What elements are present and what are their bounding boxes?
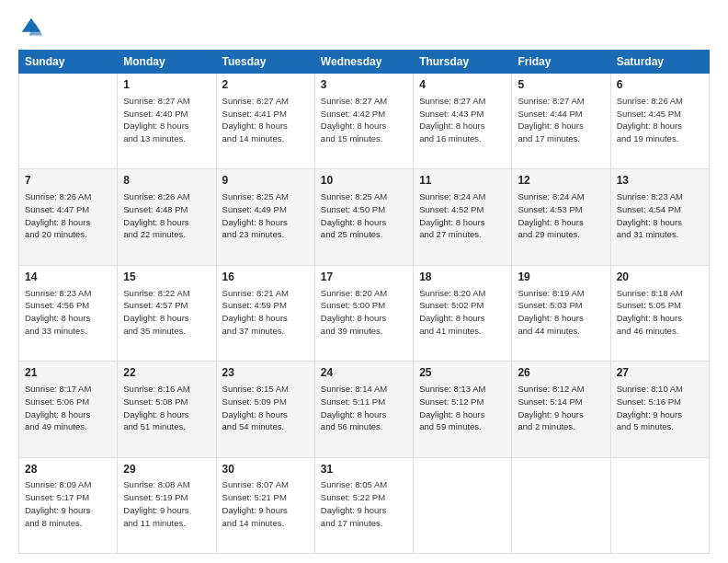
day-cell: 15Sunrise: 8:22 AM Sunset: 4:57 PM Dayli…	[118, 265, 216, 361]
day-cell: 10Sunrise: 8:25 AM Sunset: 4:50 PM Dayli…	[314, 169, 413, 265]
day-number: 15	[123, 270, 210, 285]
day-number: 1	[123, 77, 210, 93]
day-number: 14	[25, 270, 111, 285]
col-header-monday: Monday	[118, 51, 216, 74]
day-info: Sunrise: 8:15 AM Sunset: 5:09 PM Dayligh…	[222, 383, 309, 433]
day-number: 3	[321, 77, 407, 93]
col-header-thursday: Thursday	[414, 51, 512, 74]
logo	[18, 15, 48, 40]
day-info: Sunrise: 8:18 AM Sunset: 5:05 PM Dayligh…	[617, 287, 703, 338]
day-number: 20	[617, 270, 703, 285]
day-number: 6	[617, 77, 703, 93]
day-info: Sunrise: 8:25 AM Sunset: 4:49 PM Dayligh…	[222, 190, 309, 241]
day-info: Sunrise: 8:25 AM Sunset: 4:50 PM Dayligh…	[321, 190, 407, 241]
day-cell: 14Sunrise: 8:23 AM Sunset: 4:56 PM Dayli…	[19, 265, 118, 361]
day-number: 18	[419, 270, 506, 285]
day-info: Sunrise: 8:23 AM Sunset: 4:54 PM Dayligh…	[617, 190, 703, 241]
day-cell: 30Sunrise: 8:07 AM Sunset: 5:21 PM Dayli…	[216, 457, 314, 553]
day-cell: 6Sunrise: 8:26 AM Sunset: 4:45 PM Daylig…	[610, 74, 709, 169]
day-cell: 2Sunrise: 8:27 AM Sunset: 4:41 PM Daylig…	[216, 74, 314, 169]
day-info: Sunrise: 8:16 AM Sunset: 5:08 PM Dayligh…	[123, 383, 210, 433]
day-cell: 20Sunrise: 8:18 AM Sunset: 5:05 PM Dayli…	[610, 265, 709, 361]
day-cell	[414, 457, 512, 553]
day-cell	[610, 457, 709, 553]
day-number: 19	[518, 270, 604, 285]
day-info: Sunrise: 8:10 AM Sunset: 5:16 PM Dayligh…	[617, 383, 703, 433]
day-info: Sunrise: 8:27 AM Sunset: 4:42 PM Dayligh…	[321, 95, 407, 145]
day-number: 12	[518, 173, 604, 189]
day-info: Sunrise: 8:27 AM Sunset: 4:40 PM Dayligh…	[123, 95, 210, 145]
day-cell: 18Sunrise: 8:20 AM Sunset: 5:02 PM Dayli…	[414, 265, 512, 361]
day-number: 30	[222, 462, 309, 477]
day-number: 11	[419, 173, 506, 189]
day-info: Sunrise: 8:13 AM Sunset: 5:12 PM Dayligh…	[419, 383, 506, 433]
col-header-friday: Friday	[512, 51, 610, 74]
day-cell: 1Sunrise: 8:27 AM Sunset: 4:40 PM Daylig…	[118, 74, 216, 169]
day-cell: 7Sunrise: 8:26 AM Sunset: 4:47 PM Daylig…	[19, 169, 118, 265]
col-header-wednesday: Wednesday	[314, 51, 413, 74]
day-cell: 11Sunrise: 8:24 AM Sunset: 4:52 PM Dayli…	[414, 169, 512, 265]
day-number: 7	[25, 173, 111, 189]
day-cell: 29Sunrise: 8:08 AM Sunset: 5:19 PM Dayli…	[118, 457, 216, 553]
day-cell: 21Sunrise: 8:17 AM Sunset: 5:06 PM Dayli…	[19, 362, 118, 457]
day-info: Sunrise: 8:23 AM Sunset: 4:56 PM Dayligh…	[25, 287, 111, 338]
day-cell: 8Sunrise: 8:26 AM Sunset: 4:48 PM Daylig…	[118, 169, 216, 265]
day-cell: 19Sunrise: 8:19 AM Sunset: 5:03 PM Dayli…	[512, 265, 610, 361]
week-row-1: 1Sunrise: 8:27 AM Sunset: 4:40 PM Daylig…	[19, 74, 710, 169]
day-info: Sunrise: 8:20 AM Sunset: 5:02 PM Dayligh…	[419, 287, 506, 338]
day-info: Sunrise: 8:19 AM Sunset: 5:03 PM Dayligh…	[518, 287, 604, 338]
day-info: Sunrise: 8:21 AM Sunset: 4:59 PM Dayligh…	[222, 287, 309, 338]
day-number: 10	[321, 173, 407, 189]
day-info: Sunrise: 8:26 AM Sunset: 4:47 PM Dayligh…	[25, 190, 111, 241]
day-cell: 22Sunrise: 8:16 AM Sunset: 5:08 PM Dayli…	[118, 362, 216, 457]
header-row: SundayMondayTuesdayWednesdayThursdayFrid…	[19, 51, 710, 74]
day-info: Sunrise: 8:27 AM Sunset: 4:41 PM Dayligh…	[222, 95, 309, 145]
day-cell: 4Sunrise: 8:27 AM Sunset: 4:43 PM Daylig…	[414, 74, 512, 169]
calendar-table: SundayMondayTuesdayWednesdayThursdayFrid…	[18, 50, 710, 554]
page: SundayMondayTuesdayWednesdayThursdayFrid…	[0, 0, 728, 563]
day-cell: 24Sunrise: 8:14 AM Sunset: 5:11 PM Dayli…	[314, 362, 413, 457]
day-number: 8	[123, 173, 210, 189]
day-info: Sunrise: 8:08 AM Sunset: 5:19 PM Dayligh…	[123, 478, 210, 529]
day-cell: 13Sunrise: 8:23 AM Sunset: 4:54 PM Dayli…	[610, 169, 709, 265]
day-info: Sunrise: 8:27 AM Sunset: 4:43 PM Dayligh…	[419, 95, 506, 145]
day-number: 9	[222, 173, 309, 189]
day-info: Sunrise: 8:26 AM Sunset: 4:48 PM Dayligh…	[123, 190, 210, 241]
day-cell: 27Sunrise: 8:10 AM Sunset: 5:16 PM Dayli…	[610, 362, 709, 457]
day-cell: 25Sunrise: 8:13 AM Sunset: 5:12 PM Dayli…	[414, 362, 512, 457]
day-info: Sunrise: 8:07 AM Sunset: 5:21 PM Dayligh…	[222, 478, 309, 529]
day-cell	[512, 457, 610, 553]
header	[18, 15, 710, 40]
day-info: Sunrise: 8:12 AM Sunset: 5:14 PM Dayligh…	[518, 383, 604, 433]
day-number: 16	[222, 270, 309, 285]
day-number: 13	[617, 173, 703, 189]
day-number: 5	[518, 77, 604, 93]
week-row-5: 28Sunrise: 8:09 AM Sunset: 5:17 PM Dayli…	[19, 457, 710, 553]
day-cell: 5Sunrise: 8:27 AM Sunset: 4:44 PM Daylig…	[512, 74, 610, 169]
day-cell: 3Sunrise: 8:27 AM Sunset: 4:42 PM Daylig…	[314, 74, 413, 169]
day-cell: 28Sunrise: 8:09 AM Sunset: 5:17 PM Dayli…	[19, 457, 118, 553]
day-number: 29	[123, 462, 210, 477]
day-info: Sunrise: 8:17 AM Sunset: 5:06 PM Dayligh…	[25, 383, 111, 433]
day-cell: 12Sunrise: 8:24 AM Sunset: 4:53 PM Dayli…	[512, 169, 610, 265]
day-number: 22	[123, 365, 210, 381]
day-info: Sunrise: 8:26 AM Sunset: 4:45 PM Dayligh…	[617, 95, 703, 145]
col-header-sunday: Sunday	[19, 51, 118, 74]
col-header-tuesday: Tuesday	[216, 51, 314, 74]
day-info: Sunrise: 8:14 AM Sunset: 5:11 PM Dayligh…	[321, 383, 407, 433]
day-info: Sunrise: 8:05 AM Sunset: 5:22 PM Dayligh…	[321, 478, 407, 529]
day-number: 24	[321, 365, 407, 381]
day-number: 31	[321, 462, 407, 477]
day-cell: 16Sunrise: 8:21 AM Sunset: 4:59 PM Dayli…	[216, 265, 314, 361]
day-number: 2	[222, 77, 309, 93]
day-cell: 17Sunrise: 8:20 AM Sunset: 5:00 PM Dayli…	[314, 265, 413, 361]
day-info: Sunrise: 8:09 AM Sunset: 5:17 PM Dayligh…	[25, 478, 111, 529]
day-number: 28	[25, 462, 111, 477]
day-cell: 31Sunrise: 8:05 AM Sunset: 5:22 PM Dayli…	[314, 457, 413, 553]
day-number: 25	[419, 365, 506, 381]
day-number: 23	[222, 365, 309, 381]
day-info: Sunrise: 8:20 AM Sunset: 5:00 PM Dayligh…	[321, 287, 407, 338]
col-header-saturday: Saturday	[610, 51, 709, 74]
day-number: 27	[617, 365, 703, 381]
day-number: 17	[321, 270, 407, 285]
